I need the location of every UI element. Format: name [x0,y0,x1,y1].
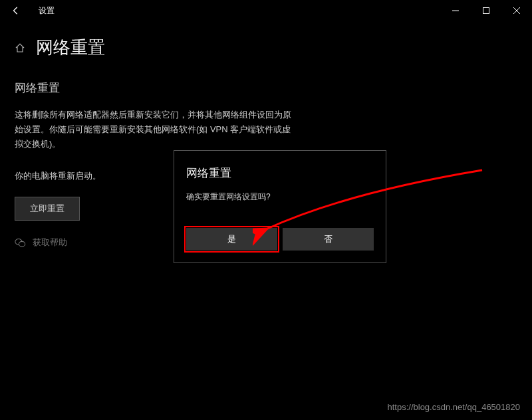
close-icon [513,7,520,14]
svg-rect-1 [483,8,489,14]
minimize-icon [452,7,459,14]
reset-now-button[interactable]: 立即重置 [15,197,80,221]
close-button[interactable] [501,0,532,21]
maximize-icon [483,7,489,14]
description-text: 这将删除所有网络适配器然后重新安装它们，并将其他网络组件设回为原始设置。你随后可… [15,108,294,152]
titlebar: 设置 [0,0,532,21]
page-title: 网络重置 [36,36,105,59]
minimize-button[interactable] [440,0,471,21]
home-icon[interactable] [15,43,25,53]
dialog-yes-button[interactable]: 是 [186,228,277,251]
watermark-text: https://blog.csdn.net/qq_46501820 [388,402,521,412]
arrow-left-icon [11,6,21,15]
dialog-no-button[interactable]: 否 [283,228,374,251]
section-heading: 网络重置 [15,80,517,96]
page-header: 网络重置 [0,21,532,66]
dialog-message: 确实要重置网络设置吗? [186,191,374,203]
window-title: 设置 [39,5,55,17]
svg-point-5 [19,241,25,247]
dialog-button-row: 是 否 [186,228,374,251]
chat-help-icon [15,237,26,249]
maximize-button[interactable] [471,0,501,21]
confirm-dialog: 网络重置 确实要重置网络设置吗? 是 否 [174,150,386,263]
dialog-title: 网络重置 [186,165,374,181]
help-link-label: 获取帮助 [33,237,67,249]
back-button[interactable] [5,0,27,21]
window-controls [440,0,532,21]
